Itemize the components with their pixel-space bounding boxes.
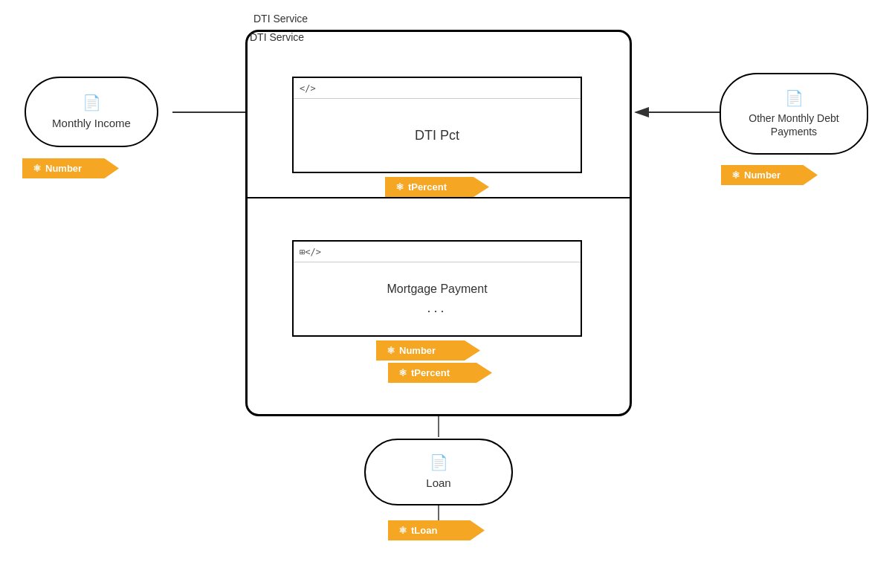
mortgage-number-badge-icon: ⚛	[387, 345, 395, 356]
other-monthly-icon: 📄	[785, 89, 804, 107]
other-monthly-badge-icon: ⚛	[731, 169, 740, 181]
dti-pct-content: DTI Pct	[294, 99, 581, 172]
dti-pct-badge: ⚛ tPercent	[385, 177, 489, 197]
dti-pct-label: DTI Pct	[415, 128, 459, 143]
tloan-badge-label: tLoan	[411, 525, 437, 536]
dti-pct-code-icon: </>	[300, 83, 316, 94]
dti-service-box: DTI Service </> DTI Pct ⚛ tPercent ⊞</> …	[245, 30, 632, 416]
tloan-badge-icon: ⚛	[398, 525, 407, 536]
dti-divider	[248, 197, 630, 198]
dti-service-title: DTI Service	[253, 13, 308, 25]
monthly-income-badge: ⚛ Number	[22, 158, 119, 178]
other-monthly-node: 📄 Other Monthly DebtPayments	[720, 73, 868, 155]
monthly-income-badge-icon: ⚛	[33, 163, 42, 174]
monthly-income-label: Monthly Income	[52, 116, 131, 131]
mortgage-dots: ...	[427, 300, 447, 316]
dti-pct-header: </>	[294, 78, 581, 99]
dti-pct-badge-label: tPercent	[408, 181, 447, 193]
monthly-income-icon: 📄	[83, 94, 101, 112]
tpercent-badge-icon: ⚛	[398, 367, 407, 378]
tloan-badge: ⚛ tLoan	[388, 520, 485, 540]
dti-service-label-ext: DTI Service	[250, 31, 304, 43]
mortgage-code-icon: ⊞</>	[300, 247, 321, 257]
loan-icon: 📄	[430, 453, 448, 471]
mortgage-number-badge-label: Number	[399, 345, 436, 356]
tpercent-badge: ⚛ tPercent	[388, 363, 492, 383]
other-monthly-badge-label: Number	[744, 169, 780, 181]
mortgage-label: Mortgage Payment	[387, 282, 487, 296]
monthly-income-badge-label: Number	[45, 163, 82, 174]
monthly-income-node: 📄 Monthly Income	[25, 77, 158, 147]
dti-pct-box: </> DTI Pct	[292, 77, 582, 173]
mortgage-number-badge: ⚛ Number	[376, 340, 480, 361]
mortgage-header: ⊞</>	[294, 242, 581, 262]
other-monthly-label: Other Monthly DebtPayments	[749, 112, 838, 138]
diagram-container: 📄 Monthly Income ⚛ Number 📄 Other Monthl…	[0, 0, 892, 588]
mortgage-payment-box: ⊞</> Mortgage Payment ...	[292, 240, 582, 337]
loan-label: Loan	[426, 476, 450, 491]
loan-node: 📄 Loan	[364, 439, 513, 505]
dti-pct-badge-icon: ⚛	[395, 181, 404, 193]
tpercent-badge-label: tPercent	[411, 367, 450, 378]
other-monthly-badge: ⚛ Number	[721, 165, 818, 185]
